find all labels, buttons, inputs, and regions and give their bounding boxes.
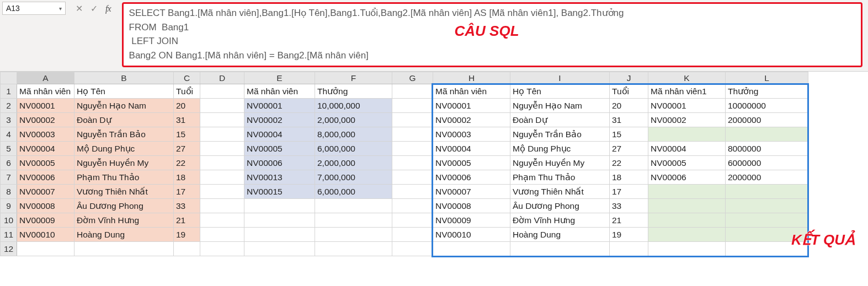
cell[interactable]: [17, 242, 74, 256]
cell[interactable]: Họ Tên: [510, 84, 610, 99]
select-all-corner[interactable]: [1, 72, 17, 84]
accept-icon[interactable]: ✓: [90, 4, 98, 13]
cell[interactable]: [726, 213, 808, 228]
cell[interactable]: [200, 156, 244, 170]
cell[interactable]: NV00015: [244, 185, 315, 199]
cell[interactable]: 2,000,000: [315, 156, 392, 170]
cell[interactable]: NV00013: [244, 170, 315, 185]
cell[interactable]: Hoàng Dung: [510, 228, 610, 242]
row-header-6[interactable]: 6: [1, 156, 17, 170]
cell[interactable]: Nguyễn Huyền My: [74, 156, 174, 170]
name-box[interactable]: A13 ▾: [2, 2, 66, 15]
cell[interactable]: [200, 199, 244, 213]
cell[interactable]: NV00002: [433, 113, 510, 127]
cell[interactable]: 19: [174, 228, 200, 242]
cell[interactable]: [610, 242, 648, 256]
cell[interactable]: [315, 242, 392, 256]
cell[interactable]: [200, 113, 244, 127]
cell[interactable]: [648, 127, 726, 142]
cell[interactable]: [200, 228, 244, 242]
cell[interactable]: NV00008: [433, 199, 510, 213]
col-header-J[interactable]: J: [610, 72, 648, 84]
cell[interactable]: 6,000,000: [315, 142, 392, 156]
row-header-11[interactable]: 11: [1, 228, 17, 242]
col-header-K[interactable]: K: [648, 72, 726, 84]
cell[interactable]: 10000000: [726, 99, 808, 113]
cell[interactable]: [648, 199, 726, 213]
cell[interactable]: [244, 213, 315, 228]
cell[interactable]: NV00004: [244, 127, 315, 142]
cell[interactable]: [392, 199, 433, 213]
row-header-3[interactable]: 3: [1, 113, 17, 127]
row-header-2[interactable]: 2: [1, 99, 17, 113]
cell[interactable]: 2,000,000: [315, 113, 392, 127]
cell[interactable]: Nguyễn Hạo Nam: [74, 99, 174, 113]
cell[interactable]: 20: [174, 99, 200, 113]
cell[interactable]: [200, 142, 244, 156]
cell[interactable]: NV00001: [433, 99, 510, 113]
cell[interactable]: 10,000,000: [315, 99, 392, 113]
cell[interactable]: Mã nhân viên: [244, 84, 315, 99]
cell[interactable]: [510, 242, 610, 256]
cell[interactable]: Phạm Thu Thảo: [510, 170, 610, 185]
cell[interactable]: NV00009: [433, 213, 510, 228]
cell[interactable]: Họ Tên: [74, 84, 174, 99]
cell[interactable]: 18: [610, 170, 648, 185]
cell[interactable]: 31: [610, 113, 648, 127]
cell[interactable]: [392, 185, 433, 199]
cell[interactable]: NV00002: [244, 113, 315, 127]
cell[interactable]: 22: [174, 156, 200, 170]
cell[interactable]: [74, 242, 174, 256]
cell[interactable]: NV00010: [433, 228, 510, 242]
cell[interactable]: Tuổi: [174, 84, 200, 99]
cell[interactable]: [315, 213, 392, 228]
cell[interactable]: Thưởng: [315, 84, 392, 99]
cell[interactable]: [200, 99, 244, 113]
fx-icon[interactable]: fx: [105, 4, 111, 13]
cell[interactable]: NV00004: [433, 142, 510, 156]
cell[interactable]: [648, 185, 726, 199]
cell[interactable]: [392, 213, 433, 228]
row-header-1[interactable]: 1: [1, 84, 17, 99]
cell[interactable]: [392, 113, 433, 127]
cell[interactable]: NV00006: [648, 170, 726, 185]
cell[interactable]: Nguyễn Huyền My: [510, 156, 610, 170]
cell[interactable]: NV00005: [17, 156, 74, 170]
row-header-4[interactable]: 4: [1, 127, 17, 142]
cell[interactable]: [200, 185, 244, 199]
col-header-D[interactable]: D: [200, 72, 244, 84]
cancel-icon[interactable]: ✕: [76, 4, 83, 13]
cell[interactable]: 7,000,000: [315, 170, 392, 185]
cell[interactable]: Vương Thiên Nhất: [74, 185, 174, 199]
cell[interactable]: NV00004: [648, 142, 726, 156]
cell[interactable]: 21: [610, 213, 648, 228]
cell[interactable]: Thưởng: [726, 84, 808, 99]
cell[interactable]: 17: [610, 185, 648, 199]
cell[interactable]: [200, 84, 244, 99]
cell[interactable]: [200, 170, 244, 185]
cell[interactable]: Đờm Vĩnh Hưng: [510, 213, 610, 228]
cell[interactable]: [433, 242, 510, 256]
cell[interactable]: Phạm Thu Thảo: [74, 170, 174, 185]
cell[interactable]: 33: [174, 199, 200, 213]
cell[interactable]: [726, 185, 808, 199]
cell[interactable]: 27: [610, 142, 648, 156]
col-header-F[interactable]: F: [315, 72, 392, 84]
cell[interactable]: 8000000: [726, 142, 808, 156]
cell[interactable]: 2000000: [726, 113, 808, 127]
cell[interactable]: Tuổi: [610, 84, 648, 99]
cell[interactable]: NV00007: [17, 185, 74, 199]
cell[interactable]: Mã nhân viên: [17, 84, 74, 99]
cell[interactable]: 22: [610, 156, 648, 170]
formula-input[interactable]: SELECT Bang1.[Mã nhân viên],Bang1.[Họ Tê…: [122, 2, 862, 67]
cell[interactable]: NV00008: [17, 199, 74, 213]
cell[interactable]: NV00005: [433, 156, 510, 170]
cell[interactable]: NV00006: [433, 170, 510, 185]
cell[interactable]: [648, 242, 726, 256]
cell[interactable]: 6,000,000: [315, 185, 392, 199]
cell[interactable]: Nguyễn Trần Bảo: [510, 127, 610, 142]
cell[interactable]: [726, 199, 808, 213]
cell[interactable]: [392, 156, 433, 170]
row-header-8[interactable]: 8: [1, 185, 17, 199]
cell[interactable]: 19: [610, 228, 648, 242]
